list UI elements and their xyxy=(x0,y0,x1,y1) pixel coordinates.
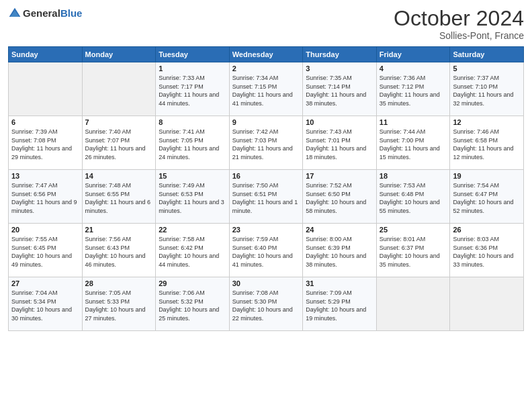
calendar-cell: 23Sunrise: 7:59 AM Sunset: 6:40 PM Dayli… xyxy=(229,224,303,277)
day-info: Sunrise: 7:33 AM Sunset: 7:17 PM Dayligh… xyxy=(159,74,226,107)
calendar-cell xyxy=(450,277,524,331)
day-number: 9 xyxy=(232,118,300,126)
title-block: October 2024 Sollies-Pont, France xyxy=(394,7,524,41)
day-number: 12 xyxy=(453,118,521,126)
day-number: 24 xyxy=(306,226,373,234)
day-info: Sunrise: 7:08 AM Sunset: 5:30 PM Dayligh… xyxy=(232,289,300,322)
day-info: Sunrise: 7:36 AM Sunset: 7:12 PM Dayligh… xyxy=(380,74,447,107)
day-info: Sunrise: 7:58 AM Sunset: 6:42 PM Dayligh… xyxy=(159,235,226,269)
day-number: 4 xyxy=(380,64,447,73)
calendar-cell: 12Sunrise: 7:46 AM Sunset: 6:58 PM Dayli… xyxy=(450,116,524,170)
header-tuesday: Tuesday xyxy=(156,47,230,62)
calendar-cell: 26Sunrise: 8:03 AM Sunset: 6:36 PM Dayli… xyxy=(450,224,524,277)
day-number: 8 xyxy=(159,118,226,126)
calendar-cell: 27Sunrise: 7:04 AM Sunset: 5:34 PM Dayli… xyxy=(9,277,83,331)
month-title: October 2024 xyxy=(394,7,524,30)
day-number: 13 xyxy=(11,172,79,180)
calendar-cell: 2Sunrise: 7:34 AM Sunset: 7:15 PM Daylig… xyxy=(229,62,303,116)
week-row-4: 27Sunrise: 7:04 AM Sunset: 5:34 PM Dayli… xyxy=(9,277,524,331)
calendar-cell: 6Sunrise: 7:39 AM Sunset: 7:08 PM Daylig… xyxy=(9,116,83,170)
calendar-cell xyxy=(9,62,83,116)
day-info: Sunrise: 7:34 AM Sunset: 7:15 PM Dayligh… xyxy=(232,74,300,107)
day-info: Sunrise: 7:56 AM Sunset: 6:43 PM Dayligh… xyxy=(85,235,153,269)
day-info: Sunrise: 7:09 AM Sunset: 5:29 PM Dayligh… xyxy=(306,289,373,322)
day-number: 27 xyxy=(11,279,79,287)
logo-icon xyxy=(8,7,21,20)
day-number: 3 xyxy=(306,64,373,73)
day-number: 16 xyxy=(232,172,300,180)
day-number: 19 xyxy=(453,172,521,180)
day-number: 29 xyxy=(159,279,226,287)
calendar-cell: 15Sunrise: 7:49 AM Sunset: 6:53 PM Dayli… xyxy=(156,170,230,224)
day-info: Sunrise: 7:50 AM Sunset: 6:51 PM Dayligh… xyxy=(232,181,300,215)
day-number: 21 xyxy=(85,226,153,234)
day-number: 5 xyxy=(453,64,521,73)
calendar-cell: 31Sunrise: 7:09 AM Sunset: 5:29 PM Dayli… xyxy=(303,277,377,331)
day-number: 23 xyxy=(232,226,300,234)
day-number: 25 xyxy=(380,226,447,234)
day-number: 22 xyxy=(159,226,226,234)
page-container: GeneralBlue October 2024 Sollies-Pont, F… xyxy=(0,0,532,411)
calendar-cell: 14Sunrise: 7:48 AM Sunset: 6:55 PM Dayli… xyxy=(82,170,156,224)
day-info: Sunrise: 8:00 AM Sunset: 6:39 PM Dayligh… xyxy=(306,235,373,269)
header-wednesday: Wednesday xyxy=(229,47,303,62)
day-info: Sunrise: 8:01 AM Sunset: 6:37 PM Dayligh… xyxy=(380,235,447,269)
day-info: Sunrise: 7:37 AM Sunset: 7:10 PM Dayligh… xyxy=(453,74,521,107)
calendar-cell: 9Sunrise: 7:42 AM Sunset: 7:03 PM Daylig… xyxy=(229,116,303,170)
calendar-cell: 25Sunrise: 8:01 AM Sunset: 6:37 PM Dayli… xyxy=(376,224,450,277)
header-thursday: Thursday xyxy=(303,47,377,62)
calendar-cell: 21Sunrise: 7:56 AM Sunset: 6:43 PM Dayli… xyxy=(82,224,156,277)
calendar-header: Sunday Monday Tuesday Wednesday Thursday… xyxy=(9,47,524,62)
day-number: 11 xyxy=(380,118,447,126)
day-info: Sunrise: 7:55 AM Sunset: 6:45 PM Dayligh… xyxy=(11,235,79,269)
day-info: Sunrise: 7:54 AM Sunset: 6:47 PM Dayligh… xyxy=(453,181,521,215)
calendar-cell: 17Sunrise: 7:52 AM Sunset: 6:50 PM Dayli… xyxy=(303,170,377,224)
day-number: 6 xyxy=(11,118,79,126)
calendar-cell: 16Sunrise: 7:50 AM Sunset: 6:51 PM Dayli… xyxy=(229,170,303,224)
logo-general: General xyxy=(23,7,60,19)
header-row: Sunday Monday Tuesday Wednesday Thursday… xyxy=(9,47,524,62)
day-info: Sunrise: 7:06 AM Sunset: 5:32 PM Dayligh… xyxy=(159,289,226,322)
day-info: Sunrise: 7:39 AM Sunset: 7:08 PM Dayligh… xyxy=(11,128,79,161)
calendar-cell: 20Sunrise: 7:55 AM Sunset: 6:45 PM Dayli… xyxy=(9,224,83,277)
logo-blue: Blue xyxy=(60,7,83,19)
day-info: Sunrise: 7:59 AM Sunset: 6:40 PM Dayligh… xyxy=(232,235,300,269)
calendar-cell: 10Sunrise: 7:43 AM Sunset: 7:01 PM Dayli… xyxy=(303,116,377,170)
header-monday: Monday xyxy=(82,47,156,62)
day-number: 28 xyxy=(85,279,153,287)
calendar-cell: 8Sunrise: 7:41 AM Sunset: 7:05 PM Daylig… xyxy=(156,116,230,170)
calendar-cell: 24Sunrise: 8:00 AM Sunset: 6:39 PM Dayli… xyxy=(303,224,377,277)
day-number: 15 xyxy=(159,172,226,180)
day-number: 18 xyxy=(380,172,447,180)
header-saturday: Saturday xyxy=(450,47,524,62)
calendar-cell: 3Sunrise: 7:35 AM Sunset: 7:14 PM Daylig… xyxy=(303,62,377,116)
day-info: Sunrise: 7:42 AM Sunset: 7:03 PM Dayligh… xyxy=(232,128,300,161)
day-info: Sunrise: 7:40 AM Sunset: 7:07 PM Dayligh… xyxy=(85,128,153,161)
header-friday: Friday xyxy=(376,47,450,62)
day-info: Sunrise: 7:53 AM Sunset: 6:48 PM Dayligh… xyxy=(380,181,447,215)
day-info: Sunrise: 7:04 AM Sunset: 5:34 PM Dayligh… xyxy=(11,289,79,322)
calendar-body: 1Sunrise: 7:33 AM Sunset: 7:17 PM Daylig… xyxy=(9,62,524,331)
calendar-cell: 11Sunrise: 7:44 AM Sunset: 7:00 PM Dayli… xyxy=(376,116,450,170)
week-row-2: 13Sunrise: 7:47 AM Sunset: 6:56 PM Dayli… xyxy=(9,170,524,224)
calendar-cell: 29Sunrise: 7:06 AM Sunset: 5:32 PM Dayli… xyxy=(156,277,230,331)
calendar-cell: 7Sunrise: 7:40 AM Sunset: 7:07 PM Daylig… xyxy=(82,116,156,170)
header-sunday: Sunday xyxy=(9,47,83,62)
day-info: Sunrise: 7:46 AM Sunset: 6:58 PM Dayligh… xyxy=(453,128,521,161)
day-number: 14 xyxy=(85,172,153,180)
day-info: Sunrise: 8:03 AM Sunset: 6:36 PM Dayligh… xyxy=(453,235,521,269)
day-number: 31 xyxy=(306,279,373,287)
day-info: Sunrise: 7:35 AM Sunset: 7:14 PM Dayligh… xyxy=(306,74,373,107)
calendar-cell: 28Sunrise: 7:05 AM Sunset: 5:33 PM Dayli… xyxy=(82,277,156,331)
calendar-cell: 18Sunrise: 7:53 AM Sunset: 6:48 PM Dayli… xyxy=(376,170,450,224)
day-number: 26 xyxy=(453,226,521,234)
day-info: Sunrise: 7:48 AM Sunset: 6:55 PM Dayligh… xyxy=(85,181,153,215)
day-number: 7 xyxy=(85,118,153,126)
day-info: Sunrise: 7:44 AM Sunset: 7:00 PM Dayligh… xyxy=(380,128,447,161)
location-title: Sollies-Pont, France xyxy=(394,30,524,41)
day-number: 17 xyxy=(306,172,373,180)
calendar-cell: 1Sunrise: 7:33 AM Sunset: 7:17 PM Daylig… xyxy=(156,62,230,116)
week-row-1: 6Sunrise: 7:39 AM Sunset: 7:08 PM Daylig… xyxy=(9,116,524,170)
calendar-cell: 22Sunrise: 7:58 AM Sunset: 6:42 PM Dayli… xyxy=(156,224,230,277)
calendar-cell: 19Sunrise: 7:54 AM Sunset: 6:47 PM Dayli… xyxy=(450,170,524,224)
